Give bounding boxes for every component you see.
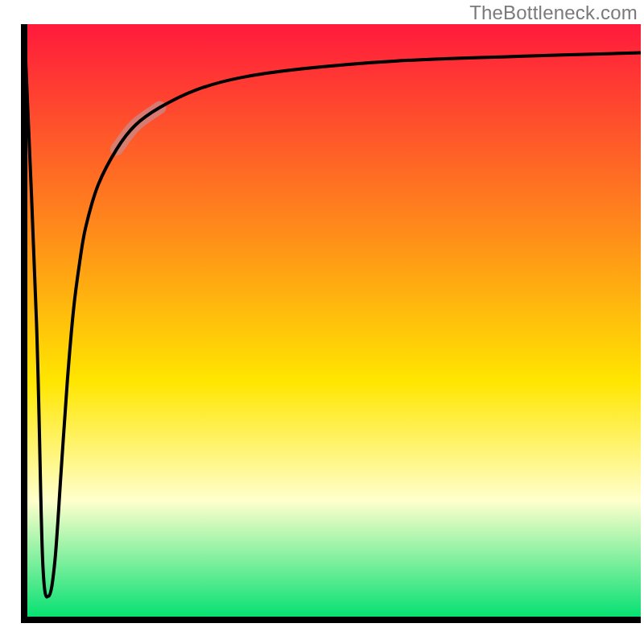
bottleneck-chart (0, 0, 644, 644)
watermark-text: TheBottleneck.com (469, 2, 638, 24)
chart-stage: TheBottleneck.com (0, 0, 644, 644)
plot-background (24, 24, 641, 620)
